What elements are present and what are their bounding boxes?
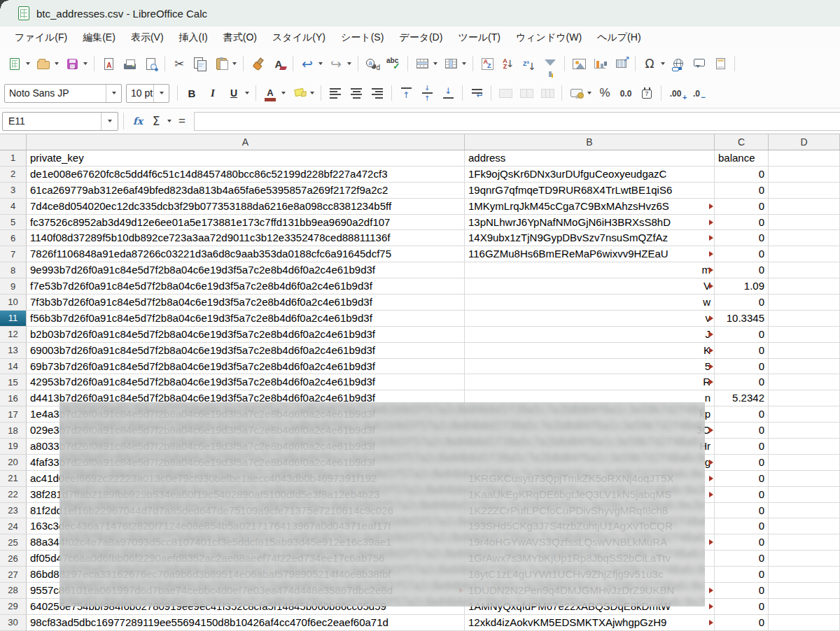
cell-A10[interactable]: 7f3b3b7d26f0a91c84e5d7f2b8a04c6e19d3f5a7… xyxy=(27,295,465,311)
cell-A5[interactable]: fc37526c8952ab3d49d12e6ee01a5e173881e173… xyxy=(27,215,465,231)
valign-top-button[interactable] xyxy=(396,84,416,102)
row-header-4[interactable]: 4 xyxy=(0,199,27,215)
chevron-down-icon[interactable] xyxy=(281,92,286,94)
row-header-28[interactable]: 28 xyxy=(0,583,27,599)
cell-C13[interactable]: 0 xyxy=(715,343,769,359)
special-character-button[interactable] xyxy=(639,55,668,73)
cell-B5[interactable]: 13pNLhwrJ6YpNafNMoGjN6iH3BRXsS8hD xyxy=(465,215,715,231)
cell-C15[interactable]: 0 xyxy=(715,374,769,390)
cell-D11[interactable] xyxy=(769,311,840,327)
chevron-down-icon[interactable] xyxy=(232,62,237,65)
cell-D12[interactable] xyxy=(769,327,840,343)
cell-B11[interactable]: v xyxy=(465,311,715,327)
cell-A4[interactable]: 7d4ce8d054020ec12dc335dcb3f29b077353188d… xyxy=(27,199,465,215)
cell-C16[interactable]: 5.2342 xyxy=(715,390,769,406)
row-header-17[interactable]: 17 xyxy=(0,406,27,423)
cell-D18[interactable] xyxy=(769,423,840,439)
cell-C20[interactable]: 0 xyxy=(715,455,769,471)
cell-C25[interactable]: 0 xyxy=(715,534,769,551)
cell-C1[interactable]: balance xyxy=(715,150,769,166)
chevron-down-icon[interactable] xyxy=(661,62,665,65)
cell-B15[interactable]: R xyxy=(465,374,715,390)
cell-C6[interactable]: 0 xyxy=(715,230,769,246)
row-header-12[interactable]: 12 xyxy=(0,327,27,343)
cell-C9[interactable]: 1.09 xyxy=(715,278,769,295)
row-header-11[interactable]: 11 xyxy=(0,311,27,327)
underline-button[interactable] xyxy=(223,84,252,102)
cell-C28[interactable]: 0 xyxy=(715,583,769,599)
print-button[interactable] xyxy=(119,55,140,73)
font-size-combo[interactable]: 10 pt xyxy=(126,84,169,103)
cell-C10[interactable]: 0 xyxy=(715,295,769,311)
cell-D29[interactable] xyxy=(769,599,840,615)
cell-A12[interactable]: b2b03b7d26f0a91c84e5d7f2b8a04c6e19d3f5a7… xyxy=(27,327,465,343)
row-header-7[interactable]: 7 xyxy=(0,246,27,262)
insert-pivot-table-button[interactable] xyxy=(610,55,631,73)
cell-C17[interactable]: 0 xyxy=(715,406,769,423)
row-header-22[interactable]: 22 xyxy=(0,487,27,503)
unmerge-button[interactable] xyxy=(537,84,558,102)
cell-C11[interactable]: 10.3345 xyxy=(715,311,769,327)
row-header-29[interactable]: 29 xyxy=(0,599,27,615)
new-document-button[interactable] xyxy=(4,55,33,73)
row-header-16[interactable]: 16 xyxy=(0,390,27,406)
function-wizard-button[interactable] xyxy=(129,112,147,130)
cell-D13[interactable] xyxy=(769,343,840,359)
bold-button[interactable] xyxy=(181,84,202,102)
cell-D30[interactable] xyxy=(769,615,840,631)
formula-input[interactable] xyxy=(194,112,840,131)
cell-A8[interactable]: 9e993b7d26f0a91c84e5d7f2b8a04c6e19d3f5a7… xyxy=(27,262,465,278)
cell-B13[interactable]: K xyxy=(465,343,715,359)
cell-D4[interactable] xyxy=(769,199,840,215)
row-header-25[interactable]: 25 xyxy=(0,534,27,551)
menu-item-3[interactable]: 挿入(I) xyxy=(172,28,216,48)
cell-A2[interactable]: de1e008e67620fc8c5dd4f6c51c14d8457480bcc… xyxy=(27,166,465,183)
cell-D25[interactable] xyxy=(769,534,840,551)
cell-A7[interactable]: 7826f1106848a91eda87266c03221d3a6d8c9aab… xyxy=(27,246,465,262)
paste-button[interactable] xyxy=(211,55,239,73)
menu-item-1[interactable]: 編集(E) xyxy=(75,28,123,48)
cell-D1[interactable] xyxy=(769,150,840,166)
chevron-down-icon[interactable] xyxy=(462,62,466,65)
column-header-C[interactable]: C xyxy=(715,134,769,150)
cell-D22[interactable] xyxy=(769,487,840,503)
row-header-10[interactable]: 10 xyxy=(0,295,27,311)
cell-B30[interactable]: 12xkd4izAokvKM5EDSMKTXAjwhgpGzH9 xyxy=(465,615,715,631)
copy-button[interactable] xyxy=(190,55,211,73)
row-header-3[interactable]: 3 xyxy=(0,183,27,199)
column-button[interactable] xyxy=(440,55,469,73)
cell-C30[interactable]: 0 xyxy=(715,615,769,631)
export-pdf-button[interactable] xyxy=(98,55,119,73)
cell-D16[interactable] xyxy=(769,390,840,406)
cell-D2[interactable] xyxy=(769,166,840,183)
row-header-1[interactable]: 1 xyxy=(0,150,27,166)
spelling-button[interactable] xyxy=(383,55,404,73)
cell-D21[interactable] xyxy=(769,471,840,487)
row-header-2[interactable]: 2 xyxy=(0,166,27,183)
cell-D3[interactable] xyxy=(769,183,840,199)
menu-item-4[interactable]: 書式(O) xyxy=(216,28,265,48)
formula-button[interactable] xyxy=(173,112,191,130)
valign-bottom-button[interactable] xyxy=(438,84,458,102)
clone-formatting-button[interactable] xyxy=(247,55,268,73)
print-preview-button[interactable] xyxy=(140,55,161,73)
row-header-19[interactable]: 19 xyxy=(0,439,27,455)
cell-D8[interactable] xyxy=(769,262,840,278)
insert-image-button[interactable] xyxy=(568,55,589,73)
highlight-color-button[interactable] xyxy=(288,84,317,102)
row-header-15[interactable]: 15 xyxy=(0,374,27,390)
autosum-dropdown-icon[interactable] xyxy=(167,120,172,122)
row-header-26[interactable]: 26 xyxy=(0,551,27,567)
cell-B14[interactable]: 5 xyxy=(465,359,715,375)
cell-C18[interactable]: 0 xyxy=(715,423,769,439)
menu-item-9[interactable]: ウィンドウ(W) xyxy=(508,28,589,48)
cell-D5[interactable] xyxy=(769,215,840,231)
cell-A11[interactable]: f56b3b7d26f0a91c84e5d7f2b8a04c6e19d3f5a7… xyxy=(27,311,465,327)
row-header-18[interactable]: 18 xyxy=(0,423,27,439)
row-button[interactable] xyxy=(412,55,440,73)
format-date-button[interactable] xyxy=(636,84,657,102)
column-header-A[interactable]: A xyxy=(27,134,465,150)
chevron-down-icon[interactable] xyxy=(318,62,323,65)
autofilter-button[interactable] xyxy=(540,55,561,73)
cell-D24[interactable] xyxy=(769,518,840,534)
